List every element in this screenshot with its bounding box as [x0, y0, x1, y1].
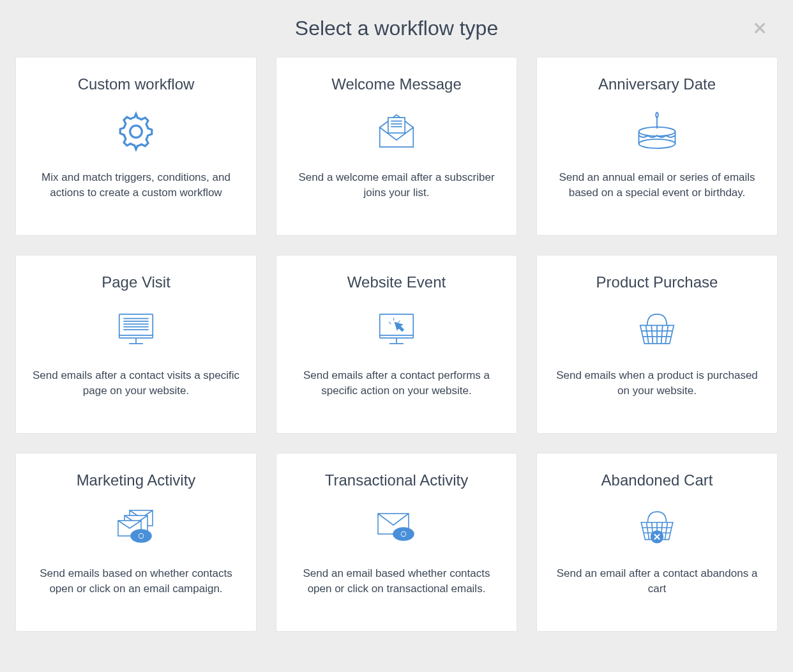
card-welcome-message[interactable]: Welcome Message Send a welcome email aft… [276, 57, 517, 236]
card-desc: Send emails after a contact visits a spe… [31, 368, 241, 399]
card-transactional-activity[interactable]: Transactional Activity Send an email bas… [276, 453, 517, 632]
card-desc: Send an annual email or series of emails… [552, 170, 762, 201]
card-marketing-activity[interactable]: Marketing Activity Send emails based on … [15, 453, 257, 632]
card-title: Abandoned Cart [601, 471, 713, 489]
card-title: Marketing Activity [77, 471, 196, 489]
gear-icon [114, 106, 158, 157]
card-website-event[interactable]: Website Event Send emails after a contac… [276, 255, 517, 434]
svg-rect-11 [119, 314, 153, 338]
card-title: Welcome Message [331, 75, 462, 93]
card-title: Custom workflow [78, 75, 195, 93]
card-desc: Send an email after a contact abandons a… [552, 566, 762, 597]
card-title: Anniversary Date [598, 75, 716, 93]
card-desc: Send emails when a product is purchased … [552, 368, 762, 399]
card-abandoned-cart[interactable]: Abandoned Cart Send an email after a con… [536, 453, 778, 632]
svg-line-45 [665, 523, 667, 540]
svg-line-24 [646, 325, 649, 343]
card-desc: Send emails based on whether contacts op… [31, 566, 241, 597]
page-title: Select a workflow type [11, 17, 782, 40]
card-desc: Mix and match triggers, conditions, and … [31, 170, 241, 201]
svg-line-41 [646, 523, 649, 540]
svg-point-8 [639, 139, 676, 148]
svg-line-27 [661, 325, 663, 343]
card-page-visit[interactable]: Page Visit Send emails after a contact v… [15, 255, 257, 434]
basket-icon [635, 304, 679, 355]
card-desc: Send a welcome email after a subscriber … [291, 170, 502, 201]
card-custom-workflow[interactable]: Custom workflow Mix and match triggers, … [15, 57, 257, 236]
envelope-eye-icon [373, 502, 420, 553]
envelopes-eye-icon [110, 502, 162, 553]
close-icon[interactable] [751, 19, 769, 37]
svg-rect-3 [388, 118, 405, 133]
card-anniversary-date[interactable]: Anniversary Date Send an annual email or… [536, 57, 778, 236]
workflow-grid: Custom workflow Mix and match triggers, … [11, 57, 782, 632]
card-title: Product Purchase [596, 273, 718, 291]
card-product-purchase[interactable]: Product Purchase Send emails when a prod… [536, 255, 778, 434]
envelope-letter-icon [374, 106, 419, 157]
svg-point-36 [140, 535, 143, 538]
card-title: Website Event [347, 273, 446, 291]
monitor-text-icon [114, 304, 158, 355]
card-title: Page Visit [102, 273, 170, 291]
svg-line-28 [665, 325, 668, 343]
card-desc: Send emails after a contact performs a s… [291, 368, 502, 399]
monitor-cursor-icon [374, 304, 419, 355]
svg-line-25 [651, 325, 653, 343]
card-title: Transactional Activity [325, 471, 469, 489]
cake-icon [633, 106, 681, 157]
svg-point-40 [402, 533, 405, 536]
basket-x-icon [635, 502, 679, 553]
card-desc: Send an email based whether contacts ope… [291, 566, 502, 597]
svg-point-2 [130, 126, 142, 138]
